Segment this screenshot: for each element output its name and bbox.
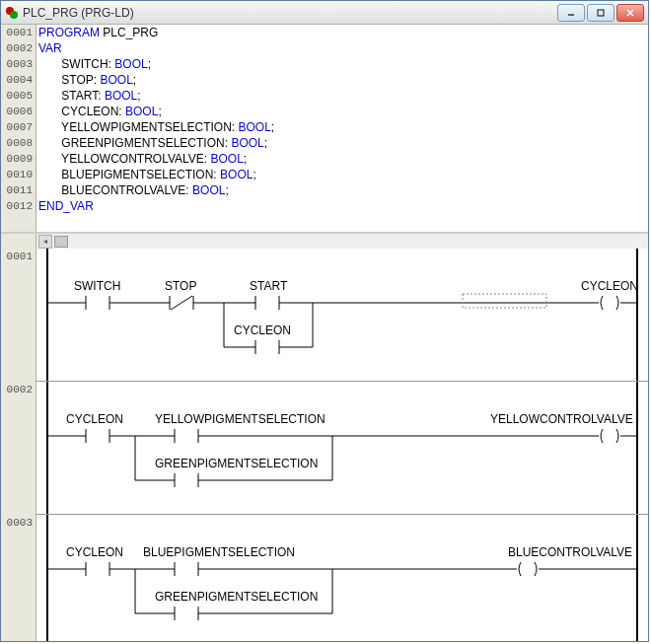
contact-label: SWITCH: [74, 279, 120, 293]
code-line[interactable]: BLUECONTROLVALVE: BOOL;: [38, 182, 648, 198]
line-number: 0003: [1, 56, 36, 72]
code-line[interactable]: START: BOOL;: [38, 88, 648, 104]
line-number: 0010: [1, 167, 36, 182]
contact-label: BLUEPIGMENTSELECTION: [143, 545, 295, 559]
svg-rect-43: [175, 562, 198, 576]
right-rail: [636, 249, 638, 381]
code-line[interactable]: GREENPIGMENTSELECTION: BOOL;: [38, 135, 648, 151]
contact-label: GREENPIGMENTSELECTION: [155, 457, 318, 470]
window-controls: [557, 4, 644, 22]
ladder-network-2[interactable]: CYCLEON YELLOWPIGMENTSELECTION YELLOWCON…: [36, 382, 648, 515]
ladder-gutter: 0001 0002 0003: [1, 249, 36, 641]
coil-label: BLUECONTROLVALVE: [508, 545, 632, 559]
minimize-button[interactable]: [557, 4, 585, 22]
ladder-diagram[interactable]: SWITCH STOP START CYCLEON: [36, 249, 648, 641]
code-line[interactable]: END_VAR: [38, 198, 648, 214]
network-number: 0001: [1, 249, 36, 382]
svg-rect-26: [86, 429, 109, 443]
coil-label: YELLOWCONTROLVALVE: [490, 412, 633, 426]
line-number: 0005: [1, 88, 36, 104]
code-gutter: 0001 0002 0003 0004 0005 0006 0007 0008 …: [1, 25, 36, 232]
svg-rect-36: [175, 473, 198, 487]
code-line[interactable]: VAR: [38, 40, 648, 56]
svg-rect-29: [175, 429, 198, 443]
ladder-network-3[interactable]: CYCLEON BLUEPIGMENTSELECTION BLUECONTROL…: [36, 515, 648, 641]
horizontal-scrollbar[interactable]: ◂: [1, 233, 648, 249]
svg-rect-50: [175, 607, 198, 620]
code-line[interactable]: YELLOWPIGMENTSELECTION: BOOL;: [38, 119, 648, 135]
svg-rect-3: [598, 10, 604, 16]
code-line[interactable]: SWITCH: BOOL;: [38, 56, 648, 72]
code-area[interactable]: PROGRAM PLC_PRG VAR SWITCH: BOOL; STOP: …: [36, 25, 648, 232]
code-line[interactable]: YELLOWCONTROLVALVE: BOOL;: [38, 151, 648, 167]
scroll-gutter-spacer: [1, 234, 36, 249]
code-line[interactable]: CYCLEON: BOOL;: [38, 104, 648, 119]
line-number: 0001: [1, 25, 36, 40]
window-title: PLC_PRG (PRG-LD): [23, 6, 557, 20]
left-rail: [46, 382, 48, 514]
right-rail: [636, 515, 638, 641]
contact-label: START: [250, 279, 288, 293]
contact-label: STOP: [165, 279, 196, 293]
app-icon: [5, 6, 19, 20]
svg-rect-7: [86, 296, 109, 310]
close-button[interactable]: [616, 4, 644, 22]
contact-label: YELLOWPIGMENTSELECTION: [155, 412, 326, 426]
svg-point-1: [10, 11, 18, 19]
contact-label: CYCLEON: [234, 323, 291, 337]
code-editor[interactable]: 0001 0002 0003 0004 0005 0006 0007 0008 …: [1, 25, 648, 233]
line-number: 0004: [1, 72, 36, 88]
code-line[interactable]: STOP: BOOL;: [38, 72, 648, 88]
ladder-network-1[interactable]: SWITCH STOP START CYCLEON: [36, 249, 648, 382]
line-number: 0007: [1, 119, 36, 135]
ladder-editor[interactable]: 0001 0002 0003 SWITCH STOP: [1, 249, 648, 641]
line-number: 0006: [1, 104, 36, 119]
scroll-left-arrow-icon[interactable]: ◂: [38, 235, 52, 249]
coil-label: CYCLEON: [581, 279, 638, 293]
svg-rect-40: [86, 562, 109, 576]
svg-rect-22: [255, 340, 279, 354]
left-rail: [46, 249, 48, 381]
titlebar[interactable]: PLC_PRG (PRG-LD): [1, 1, 648, 25]
code-line[interactable]: PROGRAM PLC_PRG: [38, 25, 648, 40]
network-number: 0003: [1, 515, 36, 641]
svg-rect-14: [255, 296, 279, 310]
contact-label: GREENPIGMENTSELECTION: [155, 590, 318, 604]
line-number: 0011: [1, 182, 36, 198]
contact-label: CYCLEON: [66, 412, 123, 426]
scroll-thumb[interactable]: [54, 236, 68, 248]
line-number: 0008: [1, 135, 36, 151]
ide-window: PLC_PRG (PRG-LD) 0001 0002 0003 0004 000…: [0, 0, 649, 642]
line-number: 0002: [1, 40, 36, 56]
line-number: 0012: [1, 198, 36, 214]
left-rail: [46, 515, 48, 641]
right-rail: [636, 382, 638, 514]
code-line[interactable]: BLUEPIGMENTSELECTION: BOOL;: [38, 167, 648, 182]
maximize-button[interactable]: [587, 4, 615, 22]
scroll-track[interactable]: ◂: [36, 235, 648, 249]
contact-label: CYCLEON: [66, 545, 123, 559]
line-number: 0009: [1, 151, 36, 167]
network-number: 0002: [1, 382, 36, 515]
svg-rect-17: [463, 294, 546, 308]
